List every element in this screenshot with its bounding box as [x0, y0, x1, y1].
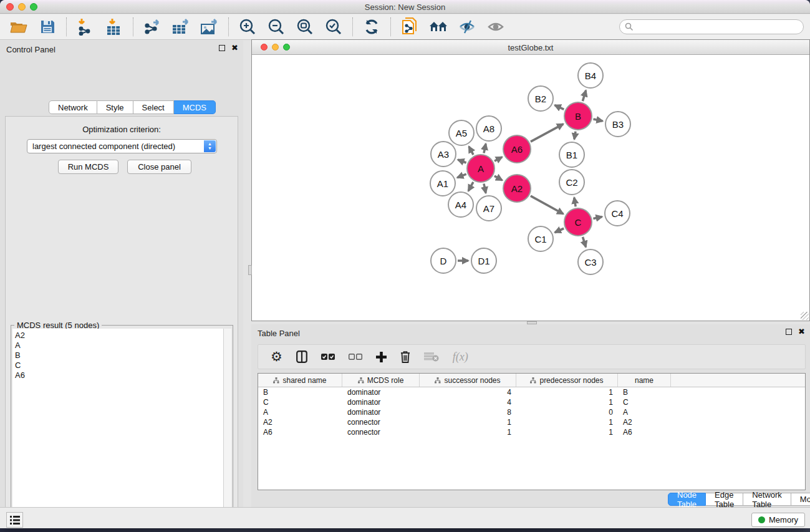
open-session-icon[interactable] [9, 17, 29, 37]
tab-network-table[interactable]: Network Table [743, 493, 791, 506]
graph-node-C4[interactable]: C4 [604, 200, 630, 226]
column-header-MCDS-role[interactable]: MCDS role [342, 374, 420, 387]
task-history-button[interactable] [6, 512, 23, 528]
graph-node-B4[interactable]: B4 [577, 62, 604, 89]
graph-node-A2[interactable]: A2 [503, 174, 531, 203]
mcds-result-item[interactable]: A2 [15, 331, 223, 341]
close-panel-icon[interactable]: ✖ [798, 329, 805, 335]
export-table-icon[interactable] [171, 17, 191, 37]
graph-node-A[interactable]: A [466, 154, 495, 183]
graph-node-A6[interactable]: A6 [503, 135, 531, 163]
memory-button[interactable]: Memory [751, 513, 805, 527]
column-header-shared-name[interactable]: shared name [258, 374, 342, 387]
graph-edge-B-B1[interactable] [574, 132, 576, 140]
graph-edge-C-C3[interactable] [582, 237, 586, 247]
mcds-result-item[interactable]: A [15, 341, 223, 351]
hide-selected-icon[interactable] [457, 17, 477, 37]
table-cell[interactable]: dominator [342, 398, 420, 407]
table-cell[interactable]: 1 [516, 418, 618, 427]
vertical-divider-grip[interactable] [248, 265, 252, 275]
table-cell[interactable]: A [258, 408, 342, 417]
mcds-result-item[interactable]: A6 [15, 370, 223, 380]
graph-node-B3[interactable]: B3 [605, 111, 631, 137]
zoom-selected-icon[interactable] [324, 17, 344, 37]
graph-edge-A-A1[interactable] [457, 174, 466, 178]
graph-node-D[interactable]: D [430, 248, 456, 274]
tab-select[interactable]: Select [133, 100, 174, 114]
graph-node-A8[interactable]: A8 [476, 115, 502, 142]
criterion-select[interactable]: largest connected component (directed) ▲… [27, 139, 217, 153]
graph-node-A3[interactable]: A3 [430, 141, 456, 167]
graph-node-C[interactable]: C [564, 208, 592, 236]
graph-node-D1[interactable]: D1 [471, 248, 497, 274]
graph-node-B1[interactable]: B1 [559, 142, 585, 168]
table-cell[interactable]: 1 [516, 428, 618, 437]
table-cell[interactable]: 0 [516, 408, 618, 417]
graph-edge-B-B3[interactable] [593, 119, 602, 121]
table-cell[interactable]: connector [342, 428, 420, 437]
graph-edge-A2-C[interactable] [531, 196, 563, 214]
delete-column-icon[interactable] [400, 351, 410, 363]
tab-motifs[interactable]: Motifs [791, 493, 810, 506]
graph-node-C2[interactable]: C2 [559, 169, 585, 195]
table-cell[interactable]: dominator [342, 388, 420, 397]
graph-edge-B-B2[interactable] [555, 105, 564, 110]
column-header-predecessor-nodes[interactable]: predecessor nodes [516, 374, 618, 387]
new-network-from-selection-icon[interactable] [400, 17, 420, 37]
graph-node-A4[interactable]: A4 [448, 191, 474, 218]
column-header-name[interactable]: name [618, 374, 671, 387]
table-row[interactable]: Bdominator41B [258, 387, 805, 397]
table-cell[interactable]: A [618, 408, 671, 417]
import-network-icon[interactable] [75, 17, 95, 37]
tab-edge-table[interactable]: Edge Table [706, 493, 743, 506]
graph-edge-A-A4[interactable] [468, 182, 473, 191]
table-row[interactable]: Adominator80A [258, 407, 805, 417]
zoom-in-icon[interactable] [238, 17, 258, 37]
graph-node-C1[interactable]: C1 [528, 226, 554, 252]
import-table-icon[interactable] [104, 17, 124, 37]
tab-network[interactable]: Network [49, 100, 97, 114]
graph-edge-A-A7[interactable] [484, 183, 486, 193]
column-header-successor-nodes[interactable]: successor nodes [420, 374, 516, 387]
network-canvas[interactable]: B4B2BB3A8A5A6A3B1AC2A1A2A4A7C4CC1C3DD1 [252, 56, 809, 321]
table-cell[interactable]: 1 [420, 428, 516, 437]
table-row[interactable]: A6connector11A6 [258, 427, 805, 437]
graph-node-B2[interactable]: B2 [528, 85, 554, 112]
tab-node-table[interactable]: Node Table [668, 493, 706, 506]
float-panel-icon[interactable] [786, 329, 792, 335]
result-scrollbar[interactable] [223, 329, 231, 528]
export-image-icon[interactable] [200, 17, 219, 37]
show-all-icon[interactable] [486, 17, 506, 37]
close-panel-button[interactable]: Close panel [127, 160, 191, 174]
show-columns-icon[interactable] [296, 351, 307, 363]
float-panel-icon[interactable] [219, 45, 225, 51]
table-cell[interactable]: A2 [258, 418, 342, 427]
table-cell[interactable]: B [618, 388, 671, 397]
graph-edge-A-A5[interactable] [469, 147, 473, 155]
export-network-icon[interactable] [142, 17, 162, 37]
graph-edge-A-A8[interactable] [484, 143, 486, 153]
table-cell[interactable]: 4 [420, 388, 516, 397]
graph-edge-C-C2[interactable] [574, 198, 576, 207]
search-input[interactable] [619, 19, 804, 34]
table-cell[interactable]: connector [342, 418, 420, 427]
table-cell[interactable]: 1 [516, 398, 618, 407]
graph-node-A1[interactable]: A1 [430, 170, 456, 196]
first-neighbors-icon[interactable] [428, 17, 448, 37]
table-cell[interactable]: A6 [258, 428, 342, 437]
mcds-result-list[interactable]: A2ABCA6 [12, 329, 223, 528]
close-panel-icon[interactable]: ✖ [231, 45, 238, 51]
mcds-result-item[interactable]: B [15, 351, 223, 360]
table-cell[interactable]: dominator [342, 408, 420, 417]
zoom-fit-icon[interactable] [295, 17, 315, 37]
run-mcds-button[interactable]: Run MCDS [58, 160, 118, 174]
node-table[interactable]: shared nameMCDS rolesuccessor nodesprede… [258, 373, 806, 490]
table-cell[interactable]: 1 [516, 388, 618, 397]
graph-edge-A-A3[interactable] [458, 160, 466, 163]
table-cell[interactable]: C [258, 398, 342, 407]
graph-node-A5[interactable]: A5 [448, 120, 475, 146]
graph-node-B[interactable]: B [564, 102, 592, 130]
graph-edge-A-A2[interactable] [494, 176, 502, 180]
mcds-result-item[interactable]: C [15, 360, 223, 370]
add-column-icon[interactable] [376, 352, 387, 362]
